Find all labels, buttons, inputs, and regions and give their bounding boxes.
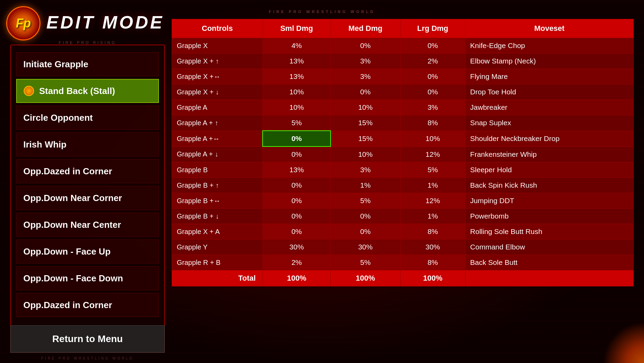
menu-item-8[interactable]: Opp.Down - Face Down	[16, 266, 159, 290]
total-med: 100%	[331, 270, 400, 286]
page-title: EDIT MODE	[46, 12, 164, 33]
lrg-dmg-cell: 30%	[400, 239, 465, 255]
table-row[interactable]: Grapple A +↔0%15%10%Shoulder Neckbreaker…	[172, 131, 634, 147]
table-row[interactable]: Grapple B13%3%5%Sleeper Hold	[172, 162, 634, 178]
moveset-cell: Powerbomb	[465, 209, 633, 224]
active-icon	[24, 86, 34, 96]
med-dmg-cell: 10%	[331, 100, 400, 115]
sml-dmg-cell: 10%	[263, 84, 330, 100]
moveset-cell: Elbow Stamp (Neck)	[465, 54, 633, 69]
total-label: Total	[172, 270, 263, 286]
lrg-dmg-cell: 10%	[400, 131, 465, 147]
sml-dmg-cell: 0%	[263, 224, 330, 239]
menu-list: Initiate GrappleStand Back (Stall)Circle…	[11, 45, 164, 324]
controls-cell: Grapple Y	[172, 239, 263, 255]
menu-item-label: Opp.Down Near Center	[23, 220, 121, 230]
sml-dmg-cell: 13%	[263, 54, 330, 69]
controls-cell: Grapple A + ↓	[172, 147, 263, 162]
sml-dmg-cell: 2%	[263, 255, 330, 270]
table-row[interactable]: Grapple A10%10%3%Jawbreaker	[172, 100, 634, 115]
table-row[interactable]: Grapple B + ↓0%0%1%Powerbomb	[172, 209, 634, 224]
menu-item-1[interactable]: Stand Back (Stall)	[16, 79, 159, 103]
sml-dmg-cell: 4%	[263, 38, 330, 54]
menu-item-label: Initiate Grapple	[23, 59, 88, 70]
controls-cell: Grapple B	[172, 162, 263, 178]
med-dmg-cell: 5%	[331, 255, 400, 270]
menu-item-9[interactable]: Opp.Dazed in Corner	[16, 293, 159, 317]
moveset-cell: Snap Suplex	[465, 115, 633, 131]
table-row[interactable]: Grapple X + ↑13%3%2%Elbow Stamp (Neck)	[172, 54, 634, 69]
lrg-dmg-cell: 0%	[400, 69, 465, 84]
moveset-cell: Shoulder Neckbreaker Drop	[465, 131, 633, 147]
table-row[interactable]: Grapple Y30%30%30%Command Elbow	[172, 239, 634, 255]
total-row: Total 100% 100% 100%	[172, 270, 634, 286]
lrg-dmg-cell: 0%	[400, 84, 465, 100]
moveset-cell: Sleeper Hold	[465, 162, 633, 178]
sml-dmg-cell: 0%	[263, 209, 330, 224]
table-row[interactable]: Grapple X4%0%0%Knife-Edge Chop	[172, 38, 634, 54]
menu-item-label: Opp.Down Near Corner	[23, 193, 122, 203]
controls-cell: Grapple X + ↑	[172, 54, 263, 69]
controls-cell: Grapple X	[172, 38, 263, 54]
moveset-cell: Rolling Sole Butt Rush	[465, 224, 633, 239]
sml-dmg-cell: 10%	[263, 100, 330, 115]
table-row[interactable]: Grapple B + ↑0%1%1%Back Spin Kick Rush	[172, 178, 634, 193]
header-lrg-dmg: Lrg Dmg	[400, 19, 465, 38]
sml-dmg-cell: 13%	[263, 162, 330, 178]
lrg-dmg-cell: 8%	[400, 115, 465, 131]
menu-item-4[interactable]: Opp.Dazed in Corner	[16, 159, 159, 183]
table-row[interactable]: Grapple B +↔0%5%12%Jumping DDT	[172, 193, 634, 209]
table-row[interactable]: Grapple A + ↑5%15%8%Snap Suplex	[172, 115, 634, 131]
sml-dmg-cell: 13%	[263, 69, 330, 84]
menu-item-3[interactable]: Irish Whip	[16, 132, 159, 156]
total-sml: 100%	[263, 270, 330, 286]
moveset-cell: Knife-Edge Chop	[465, 38, 633, 54]
menu-item-2[interactable]: Circle Opponent	[16, 106, 159, 130]
sml-dmg-cell: 30%	[263, 239, 330, 255]
menu-item-6[interactable]: Opp.Down Near Center	[16, 213, 159, 237]
table-row[interactable]: Grapple X + A0%0%8%Rolling Sole Butt Rus…	[172, 224, 634, 239]
lrg-dmg-cell: 1%	[400, 178, 465, 193]
med-dmg-cell: 15%	[331, 115, 400, 131]
med-dmg-cell: 0%	[331, 84, 400, 100]
med-dmg-cell: 3%	[331, 69, 400, 84]
lrg-dmg-cell: 12%	[400, 193, 465, 209]
controls-cell: Grapple A +↔	[172, 131, 263, 147]
lrg-dmg-cell: 8%	[400, 255, 465, 270]
menu-item-label: Circle Opponent	[23, 113, 93, 123]
moveset-table: Controls Sml Dmg Med Dmg Lrg Dmg Moveset…	[172, 19, 634, 286]
table-row[interactable]: Grapple A + ↓0%10%12%Frankensteiner Whip	[172, 147, 634, 162]
main-content: Controls Sml Dmg Med Dmg Lrg Dmg Moveset…	[172, 19, 634, 353]
return-to-menu-button[interactable]: Return to Menu	[10, 325, 165, 353]
panel-watermark: FIRE PRO RISING	[59, 40, 116, 45]
moveset-cell: Frankensteiner Whip	[465, 147, 633, 162]
lrg-dmg-cell: 0%	[400, 38, 465, 54]
controls-cell: Grapple X + A	[172, 224, 263, 239]
left-panel: FIRE PRO RISING Initiate GrappleStand Ba…	[10, 45, 165, 353]
menu-item-5[interactable]: Opp.Down Near Corner	[16, 186, 159, 210]
moveset-cell: Drop Toe Hold	[465, 84, 633, 100]
med-dmg-cell: 30%	[331, 239, 400, 255]
header-med-dmg: Med Dmg	[331, 19, 400, 38]
menu-item-7[interactable]: Opp.Down - Face Up	[16, 239, 159, 264]
corner-decoration	[603, 322, 644, 363]
controls-cell: Grapple B +↔	[172, 193, 263, 209]
med-dmg-cell: 15%	[331, 131, 400, 147]
moveset-cell: Back Spin Kick Rush	[465, 178, 633, 193]
menu-item-0[interactable]: Initiate Grapple	[16, 52, 159, 76]
lrg-dmg-cell: 1%	[400, 209, 465, 224]
controls-cell: Grapple R + B	[172, 255, 263, 270]
sml-dmg-cell: 0%	[263, 131, 330, 147]
header-moveset: Moveset	[465, 19, 633, 38]
moveset-cell: Jawbreaker	[465, 100, 633, 115]
top-watermark: FIRE PRO WRESTLING WORLD	[269, 10, 375, 14]
table-row[interactable]: Grapple X +↔13%3%0%Flying Mare	[172, 69, 634, 84]
med-dmg-cell: 0%	[331, 224, 400, 239]
logo: Fp	[6, 6, 41, 40]
menu-item-label: Stand Back (Stall)	[39, 86, 115, 96]
lrg-dmg-cell: 5%	[400, 162, 465, 178]
header-controls: Controls	[172, 19, 263, 38]
table-row[interactable]: Grapple X + ↓10%0%0%Drop Toe Hold	[172, 84, 634, 100]
table-row[interactable]: Grapple R + B2%5%8%Back Sole Butt	[172, 255, 634, 270]
total-moveset-empty	[465, 270, 633, 286]
